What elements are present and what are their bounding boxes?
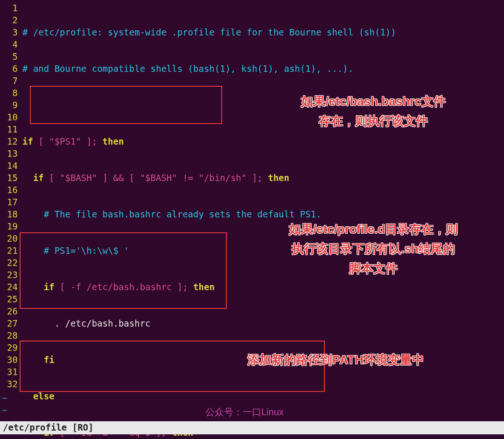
status-filename: /etc/profile [3, 422, 67, 432]
lineno: 8 [0, 87, 21, 99]
code-text: # /etc/profile: system-wide .profile fil… [22, 27, 396, 37]
tilde-icon: ~ [2, 392, 7, 404]
kw-then: then [193, 282, 215, 292]
kw-else: else [22, 391, 55, 401]
lineno: 6 [0, 63, 21, 75]
lineno: 11 [0, 123, 21, 135]
lineno: 30 [0, 354, 21, 366]
kw-if: if [22, 173, 44, 183]
lineno: 32 [0, 378, 21, 390]
lineno: 7 [0, 75, 21, 87]
annotation-line: 存在，则执行该文件 [271, 111, 476, 131]
code-text: # PS1='\h:\w\$ ' [22, 245, 129, 256]
annotation-line: 如果/etc/bash.bashrc文件 [271, 91, 476, 111]
annotation-text-3: 添加新的路径到PATH环境变量中 [247, 350, 424, 369]
annotation-line: 脚本文件 [252, 258, 495, 278]
lineno: 15 [0, 172, 21, 184]
lineno: 17 [0, 196, 21, 208]
lineno: 20 [0, 232, 21, 244]
lineno: 31 [0, 366, 21, 378]
lineno: 16 [0, 184, 21, 196]
lineno: 28 [0, 329, 21, 341]
lineno: 21 [0, 244, 21, 257]
lineno: 13 [0, 147, 21, 160]
lineno: 10 [0, 111, 21, 123]
code-text: # and Bourne compatible shells (bash(1),… [22, 63, 353, 74]
line-number-gutter: 1 2 3 4 5 6 7 8 9 10 11 12 13 14 15 16 1… [0, 0, 21, 390]
lineno: 19 [0, 220, 21, 232]
lineno: 26 [0, 305, 21, 317]
lineno: 2 [0, 14, 21, 26]
kw-then: then [268, 173, 289, 183]
lineno: 4 [0, 38, 21, 50]
lineno: 22 [0, 257, 21, 269]
code-text: [ "$PS1" ]; [33, 136, 103, 146]
lineno: 5 [0, 50, 21, 63]
lineno: 25 [0, 293, 21, 305]
code-text: [ "$BASH" ] && [ "$BASH" != "/bin/sh" ]; [44, 173, 268, 183]
lineno: 24 [0, 281, 21, 293]
lineno: 3 [0, 26, 21, 38]
code-text: # The file bash.bashrc already sets the … [22, 209, 322, 219]
kw-if: if [22, 282, 55, 292]
vim-window: 1 2 3 4 5 6 7 8 9 10 11 12 13 14 15 16 1… [0, 0, 504, 439]
lineno: 29 [0, 341, 21, 354]
status-readonly-badge: [RO] [72, 422, 94, 432]
annotation-line: 执行该目录下所有以.sh结尾的 [252, 239, 495, 258]
annotation-line: 如果/etc/profile.d目录存在，则 [252, 219, 495, 239]
lineno: 23 [0, 269, 21, 281]
kw-then: then [103, 136, 124, 146]
lineno: 14 [0, 160, 21, 172]
annotation-text-2: 如果/etc/profile.d目录存在，则 执行该目录下所有以.sh结尾的 脚… [252, 219, 495, 278]
lineno: 12 [0, 135, 21, 147]
lineno: 27 [0, 317, 21, 329]
lineno: 18 [0, 208, 21, 220]
watermark-text: 公众号：一口Linux [205, 406, 284, 418]
status-bar: /etc/profile [RO] [0, 421, 504, 434]
code-text: . /etc/bash.bashrc [22, 318, 151, 328]
annotation-text-1: 如果/etc/bash.bashrc文件 存在，则执行该文件 [271, 91, 476, 131]
kw-if: if [22, 136, 33, 146]
code-text: [ -f /etc/bash.bashrc ]; [55, 282, 193, 292]
lineno: 1 [0, 2, 21, 14]
kw-fi: fi [22, 355, 55, 365]
lineno: 9 [0, 99, 21, 111]
tilde-icon: ~ [2, 404, 7, 416]
